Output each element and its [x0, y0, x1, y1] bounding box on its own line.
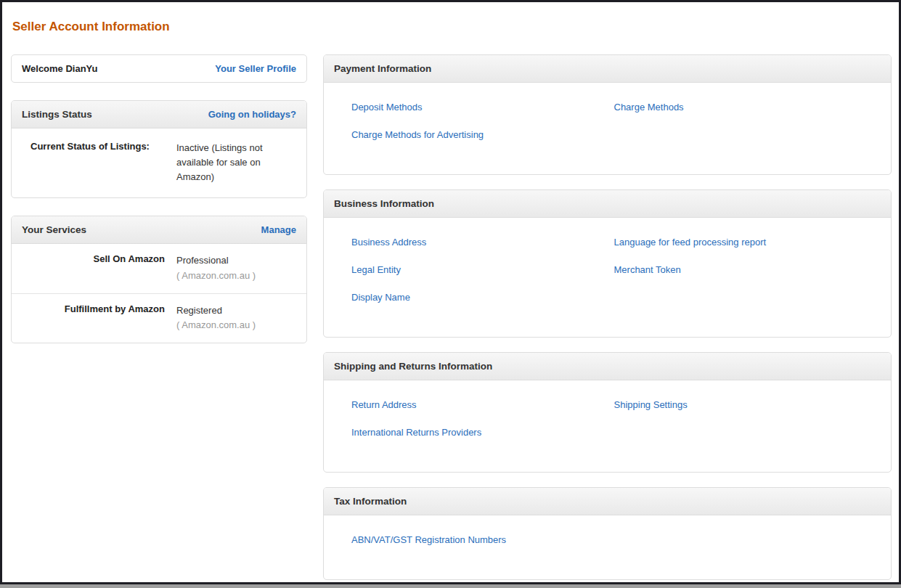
your-services-title: Your Services	[22, 224, 86, 235]
welcome-label: Welcome DianYu	[22, 63, 98, 74]
welcome-box: Welcome DianYu Your Seller Profile	[11, 54, 307, 83]
business-information-title: Business Information	[334, 198, 434, 209]
return-address-link[interactable]: Return Address	[351, 399, 614, 411]
your-services-header: Your Services Manage	[12, 216, 306, 244]
empty-cell	[614, 534, 877, 546]
service-label: Fulfillment by Amazon	[22, 303, 176, 332]
service-marketplace: ( Amazon.com.au )	[176, 318, 256, 332]
screenshot-canvas: Seller Account Information Welcome DianY…	[0, 0, 901, 588]
shipping-settings-link[interactable]: Shipping Settings	[614, 399, 877, 411]
your-seller-profile-link[interactable]: Your Seller Profile	[215, 63, 296, 74]
service-marketplace: ( Amazon.com.au )	[176, 269, 256, 283]
empty-cell	[614, 128, 877, 141]
tax-information-header: Tax Information	[324, 488, 891, 515]
listings-status-header: Listings Status Going on holidays?	[12, 101, 306, 128]
service-plan: Professional	[176, 253, 256, 268]
merchant-token-link[interactable]: Merchant Token	[614, 264, 877, 276]
empty-cell	[614, 426, 877, 438]
shipping-returns-links: Return Address Shipping Settings Interna…	[324, 380, 891, 472]
current-status-value: Inactive (Listings not available for sal…	[176, 141, 291, 184]
business-information-links: Business Address Language for feed proce…	[324, 218, 891, 337]
business-information-box: Business Information Business Address La…	[323, 189, 892, 338]
service-row-fba: Fulfillment by Amazon Registered ( Amazo…	[12, 293, 306, 343]
seller-account-page: Seller Account Information Welcome DianY…	[2, 2, 899, 580]
service-row-sell-on-amazon: Sell On Amazon Professional ( Amazon.com…	[12, 244, 306, 293]
international-returns-providers-link[interactable]: International Returns Providers	[351, 426, 614, 438]
shipping-returns-header: Shipping and Returns Information	[324, 353, 891, 380]
service-label: Sell On Amazon	[22, 253, 176, 282]
service-value: Registered ( Amazon.com.au )	[176, 303, 256, 332]
welcome-row: Welcome DianYu Your Seller Profile	[12, 55, 306, 82]
manage-link[interactable]: Manage	[261, 224, 296, 235]
two-column-layout: Welcome DianYu Your Seller Profile Listi…	[11, 54, 892, 580]
service-plan: Registered	[176, 303, 256, 318]
shipping-returns-box: Shipping and Returns Information Return …	[323, 352, 892, 473]
going-on-holidays-link[interactable]: Going on holidays?	[208, 109, 296, 120]
right-column: Payment Information Deposit Methods Char…	[323, 54, 892, 580]
empty-cell	[614, 291, 877, 303]
left-column: Welcome DianYu Your Seller Profile Listi…	[11, 54, 307, 343]
listings-status-title: Listings Status	[22, 109, 92, 120]
tax-information-title: Tax Information	[334, 496, 407, 507]
page-title: Seller Account Information	[12, 20, 892, 34]
charge-methods-link[interactable]: Charge Methods	[614, 101, 877, 113]
tax-information-box: Tax Information ABN/VAT/GST Registration…	[323, 487, 892, 580]
language-feed-report-link[interactable]: Language for feed processing report	[614, 236, 877, 248]
current-status-label: Current Status of Listings:	[22, 141, 176, 184]
abn-vat-gst-registration-link[interactable]: ABN/VAT/GST Registration Numbers	[351, 534, 614, 546]
payment-information-header: Payment Information	[324, 55, 891, 83]
deposit-methods-link[interactable]: Deposit Methods	[351, 101, 614, 113]
browser-content-window: Seller Account Information Welcome DianY…	[0, 0, 901, 584]
payment-information-box: Payment Information Deposit Methods Char…	[323, 54, 892, 175]
display-name-link[interactable]: Display Name	[351, 291, 614, 303]
listings-status-body: Current Status of Listings: Inactive (Li…	[12, 128, 306, 197]
service-value: Professional ( Amazon.com.au )	[176, 253, 256, 282]
business-information-header: Business Information	[324, 190, 891, 218]
your-services-box: Your Services Manage Sell On Amazon Prof…	[11, 216, 307, 343]
charge-methods-advertising-link[interactable]: Charge Methods for Advertising	[351, 128, 614, 141]
payment-information-links: Deposit Methods Charge Methods Charge Me…	[324, 83, 891, 174]
shipping-returns-title: Shipping and Returns Information	[334, 361, 492, 372]
legal-entity-link[interactable]: Legal Entity	[351, 264, 614, 276]
listings-status-box: Listings Status Going on holidays? Curre…	[11, 100, 307, 198]
business-address-link[interactable]: Business Address	[351, 236, 614, 248]
tax-information-links: ABN/VAT/GST Registration Numbers	[324, 515, 891, 579]
payment-information-title: Payment Information	[334, 63, 431, 74]
